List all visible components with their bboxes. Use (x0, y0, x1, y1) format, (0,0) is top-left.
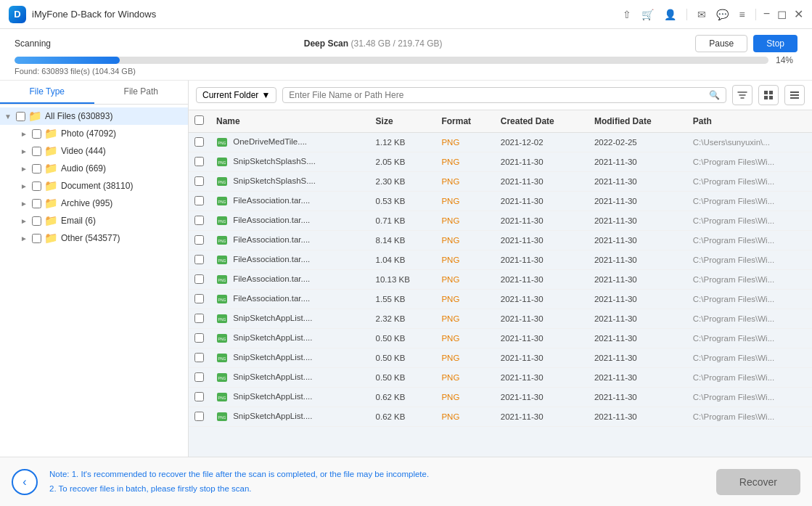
row-format: PNG (435, 211, 494, 231)
folder-icon-all: 📁 (28, 110, 42, 123)
row-size: 1.55 KB (370, 290, 436, 309)
note-line2: 2. To recover files in batch, please fir… (49, 482, 705, 497)
file-table: Name Size Format Created Date Modified D… (189, 110, 812, 427)
row-modified: 2021-11-30 (589, 329, 687, 348)
row-modified: 2021-11-30 (589, 250, 687, 270)
tab-file-path[interactable]: File Path (94, 81, 189, 104)
row-path: C:\Program Files\Wi... (687, 231, 812, 250)
folder-selector-label: Current Folder (202, 90, 258, 100)
search-box[interactable]: 🔍 (282, 87, 726, 103)
maximize-button[interactable]: ◻ (777, 7, 787, 21)
email-icon[interactable]: ✉ (697, 9, 706, 20)
audio-checkbox[interactable] (32, 164, 41, 174)
menu-icon[interactable]: ≡ (739, 9, 745, 20)
pause-button[interactable]: Pause (695, 35, 747, 52)
row-path: C:\Program Files\Wi... (687, 270, 812, 290)
row-checkbox-4[interactable] (194, 216, 204, 225)
row-checkbox-6[interactable] (194, 255, 204, 264)
row-path: C:\Program Files\Wi... (687, 388, 812, 407)
tree-item-audio[interactable]: ► 📁 Audio (669) (0, 160, 188, 177)
document-checkbox[interactable] (32, 181, 41, 191)
row-size: 10.13 KB (370, 270, 436, 290)
svg-text:PNG: PNG (218, 180, 226, 184)
folder-icon-other: 📁 (44, 232, 58, 245)
row-checkbox-0[interactable] (194, 137, 204, 147)
row-created: 2021-11-30 (495, 348, 589, 368)
email-checkbox[interactable] (32, 216, 41, 226)
share-icon[interactable]: ⇧ (623, 9, 631, 20)
svg-rect-1 (769, 91, 773, 94)
progress-fill (15, 57, 120, 64)
row-checkbox-10[interactable] (194, 333, 204, 343)
row-checkbox-2[interactable] (194, 176, 204, 186)
chat-icon[interactable]: 💬 (716, 9, 729, 20)
chevron-right-icon-email: ► (20, 217, 29, 225)
tree-item-email[interactable]: ► 📁 Email (6) (0, 212, 188, 229)
chevron-down-icon: ▼ (4, 113, 13, 121)
row-format: PNG (435, 270, 494, 290)
minimize-button[interactable]: − (763, 7, 770, 21)
row-format: PNG (435, 407, 494, 427)
title-bar-icons: ⇧ 🛒 👤 ✉ 💬 ≡ (623, 9, 755, 20)
row-checkbox-3[interactable] (194, 196, 204, 205)
row-checkbox-14[interactable] (194, 412, 204, 421)
tab-file-type[interactable]: File Type (0, 81, 94, 104)
search-input[interactable] (289, 90, 709, 100)
tree-item-all-files[interactable]: ▼ 📁 All Files (630893) (0, 107, 188, 125)
svg-text:PNG: PNG (218, 298, 226, 302)
toolbar: Current Folder ▼ 🔍 (189, 81, 812, 110)
row-checkbox-5[interactable] (194, 235, 204, 245)
filter-button[interactable] (732, 85, 752, 105)
row-format: PNG (435, 152, 494, 172)
row-format: PNG (435, 250, 494, 270)
row-checkbox-13[interactable] (194, 392, 204, 401)
tree-item-archive[interactable]: ► 📁 Archive (995) (0, 195, 188, 212)
row-name: SnipSketchAppList.... (233, 333, 312, 342)
table-row: PNG FileAssociation.tar.... 1.55 KB PNG … (189, 290, 812, 309)
row-created: 2021-11-30 (495, 309, 589, 329)
svg-text:PNG: PNG (218, 278, 226, 282)
svg-rect-6 (790, 97, 799, 99)
archive-checkbox[interactable] (32, 199, 41, 208)
back-button[interactable]: ‹ (12, 469, 38, 495)
other-checkbox[interactable] (32, 234, 41, 243)
cart-icon[interactable]: 🛒 (641, 9, 654, 20)
table-row: PNG FileAssociation.tar.... 8.14 KB PNG … (189, 231, 812, 250)
recover-button[interactable]: Recover (716, 469, 800, 495)
video-checkbox[interactable] (32, 147, 41, 156)
search-icon[interactable]: 🔍 (709, 90, 720, 100)
note-line1: Note: 1. It's recommended to recover the… (49, 468, 705, 482)
note-text: Note: 1. It's recommended to recover the… (49, 468, 705, 496)
stop-button[interactable]: Stop (753, 35, 797, 52)
tree-item-other[interactable]: ► 📁 Other (543577) (0, 229, 188, 247)
user-icon[interactable]: 👤 (664, 9, 676, 20)
row-checkbox-1[interactable] (194, 157, 204, 166)
row-checkbox-9[interactable] (194, 314, 204, 323)
tree-item-photo[interactable]: ► 📁 Photo (47092) (0, 125, 188, 142)
row-checkbox-12[interactable] (194, 372, 204, 382)
folder-selector[interactable]: Current Folder ▼ (196, 87, 276, 103)
select-all-checkbox[interactable] (194, 115, 204, 125)
all-files-checkbox[interactable] (16, 112, 25, 121)
photo-checkbox[interactable] (32, 129, 41, 139)
row-modified: 2021-11-30 (589, 172, 687, 192)
chevron-right-icon-doc: ► (20, 182, 29, 190)
row-path: C:\Program Files\Wi... (687, 211, 812, 231)
row-checkbox-7[interactable] (194, 274, 204, 284)
tree-item-video[interactable]: ► 📁 Video (444) (0, 142, 188, 160)
scan-info: Deep Scan (31.48 GB / 219.74 GB) (304, 38, 443, 49)
grid-view-button[interactable] (758, 85, 779, 105)
list-view-button[interactable] (784, 85, 805, 105)
tree-item-document[interactable]: ► 📁 Document (38110) (0, 177, 188, 195)
svg-text:PNG: PNG (218, 258, 226, 263)
folder-icon-document: 📁 (44, 179, 58, 192)
folder-icon-audio: 📁 (44, 162, 58, 175)
row-name: FileAssociation.tar.... (233, 235, 310, 244)
svg-text:PNG: PNG (218, 356, 226, 361)
row-checkbox-11[interactable] (194, 353, 204, 362)
close-button[interactable]: ✕ (794, 7, 803, 21)
row-checkbox-8[interactable] (194, 294, 204, 303)
table-row: PNG FileAssociation.tar.... 0.71 KB PNG … (189, 211, 812, 231)
row-path: C:\Program Files\Wi... (687, 152, 812, 172)
app-logo: D (9, 6, 26, 23)
